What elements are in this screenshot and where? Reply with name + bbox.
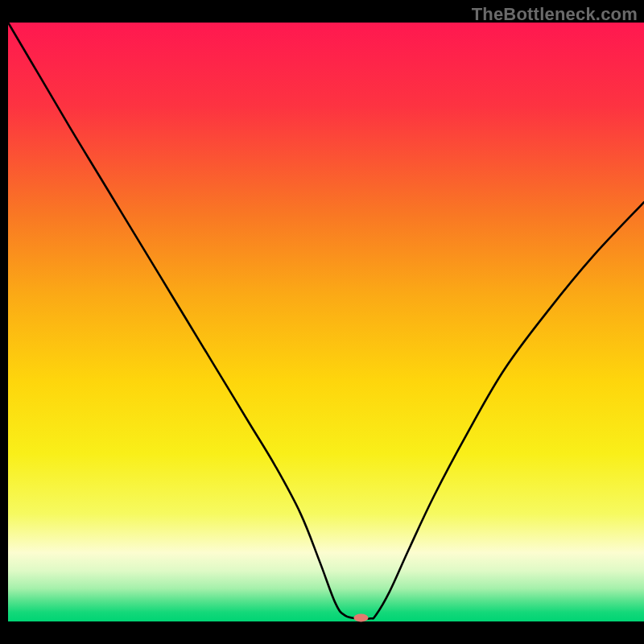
watermark-text: TheBottleneck.com: [472, 4, 638, 25]
gradient-background: [8, 23, 644, 621]
optimal-marker: [353, 614, 368, 622]
chart-frame: TheBottleneck.com: [8, 0, 644, 644]
bottleneck-chart: [8, 0, 644, 644]
